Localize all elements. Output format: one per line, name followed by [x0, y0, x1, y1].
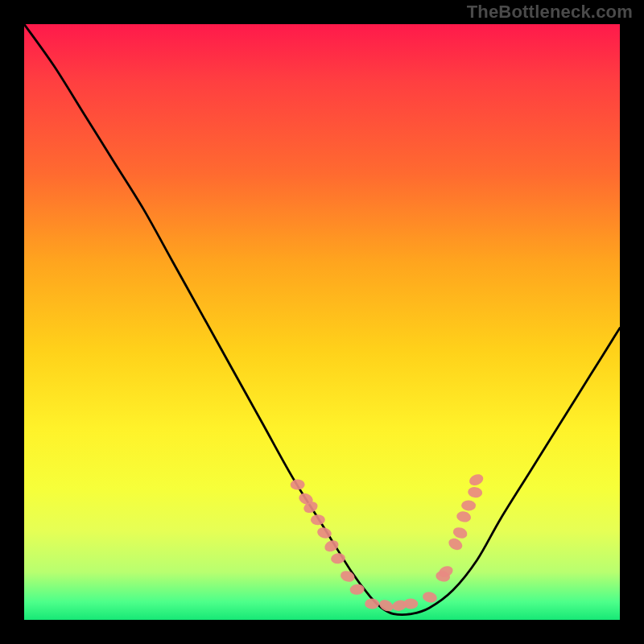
curve-marker [311, 514, 325, 525]
curve-layer [24, 24, 620, 620]
curve-marker [461, 500, 476, 510]
curve-marker [339, 569, 356, 584]
curve-marker [422, 591, 438, 604]
curve-marker [290, 479, 304, 490]
watermark-text: TheBottleneck.com [467, 2, 633, 23]
curve-marker [297, 491, 315, 506]
curve-marker [456, 510, 472, 523]
curve-marker [437, 564, 454, 580]
curve-marker [330, 552, 345, 564]
curve-marker [302, 500, 320, 515]
curve-marker [323, 539, 341, 554]
curve-marker [403, 598, 418, 609]
marker-group [290, 473, 485, 613]
plot-area [24, 24, 620, 620]
curve-marker [452, 526, 469, 540]
curve-marker [391, 599, 407, 613]
curve-marker [378, 597, 395, 613]
curve-marker [447, 536, 464, 552]
curve-marker [435, 570, 451, 583]
chart-frame: TheBottleneck.com [0, 0, 644, 644]
bottleneck-curve [24, 24, 620, 615]
curve-marker [468, 486, 483, 498]
curve-marker [316, 526, 333, 539]
curve-marker [349, 584, 365, 596]
curve-marker [365, 598, 379, 609]
curve-marker [468, 473, 485, 488]
